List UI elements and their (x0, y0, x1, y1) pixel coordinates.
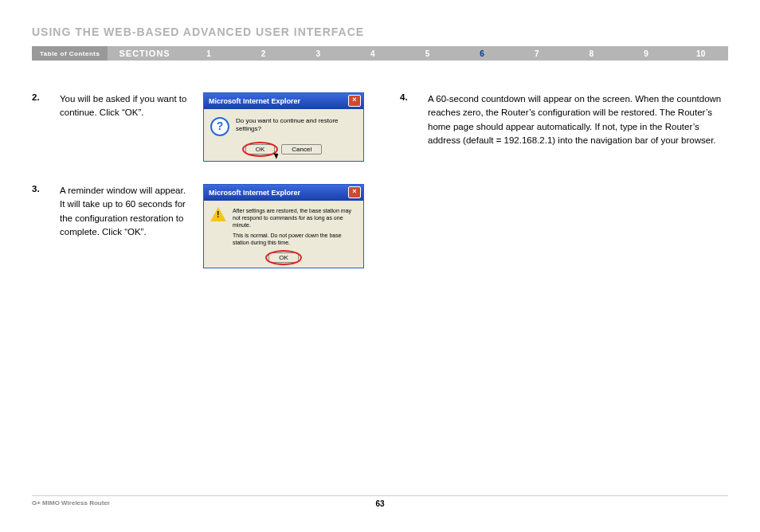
dialog-titlebar: Microsoft Internet Explorer × (204, 93, 363, 109)
page-number: 63 (264, 499, 496, 508)
step-number-3: 3. (32, 184, 44, 194)
section-link-1[interactable]: 1 (182, 46, 237, 61)
section-link-9[interactable]: 9 (619, 46, 674, 61)
warning-icon (210, 207, 226, 221)
step-text-2: You will be asked if you want to continu… (60, 92, 187, 120)
dialog-continue: Microsoft Internet Explorer × ? Do you w… (203, 92, 364, 162)
page-heading: USING THE WEB-BASED ADVANCED USER INTERF… (32, 25, 728, 38)
dialog-titlebar: Microsoft Internet Explorer × (204, 185, 363, 201)
page-footer: G+ MIMO Wireless Router 63 (32, 495, 728, 508)
ok-button[interactable]: OK (245, 144, 276, 155)
step-number-4: 4. (400, 92, 412, 102)
dialog-message-line1: After settings are restored, the base st… (233, 207, 357, 229)
dialog-title: Microsoft Internet Explorer (209, 97, 300, 105)
section-link-5[interactable]: 5 (400, 46, 455, 61)
section-link-3[interactable]: 3 (291, 46, 346, 61)
dialog-title: Microsoft Internet Explorer (209, 189, 300, 197)
step-text-3: A reminder window will appear. It will t… (60, 184, 187, 239)
section-link-2[interactable]: 2 (236, 46, 291, 61)
close-icon[interactable]: × (348, 186, 361, 198)
close-icon[interactable]: × (348, 95, 361, 107)
section-link-8[interactable]: 8 (564, 46, 619, 61)
sections-label: SECTIONS (108, 46, 181, 61)
section-link-7[interactable]: 7 (509, 46, 564, 61)
cancel-button[interactable]: Cancel (281, 144, 322, 155)
dialog-message: Do you want to continue and restore sett… (236, 117, 357, 134)
sections-list: 12345678910 (182, 46, 728, 61)
section-link-10[interactable]: 10 (673, 46, 728, 61)
toc-link[interactable]: Table of Contents (32, 46, 108, 61)
footer-product-name: G+ MIMO Wireless Router (32, 499, 264, 508)
ok-button[interactable]: OK (268, 252, 299, 263)
question-icon: ? (210, 117, 229, 136)
step-number-2: 2. (32, 92, 44, 102)
dialog-reminder: Microsoft Internet Explorer × After sett… (203, 184, 364, 268)
section-link-6[interactable]: 6 (455, 46, 510, 61)
dialog-message-line2: This is normal. Do not power down the ba… (233, 232, 357, 246)
section-navbar: Table of Contents SECTIONS 12345678910 (32, 46, 728, 61)
step-text-4: A 60-second countdown will appear on the… (428, 92, 728, 147)
section-link-4[interactable]: 4 (346, 46, 401, 61)
